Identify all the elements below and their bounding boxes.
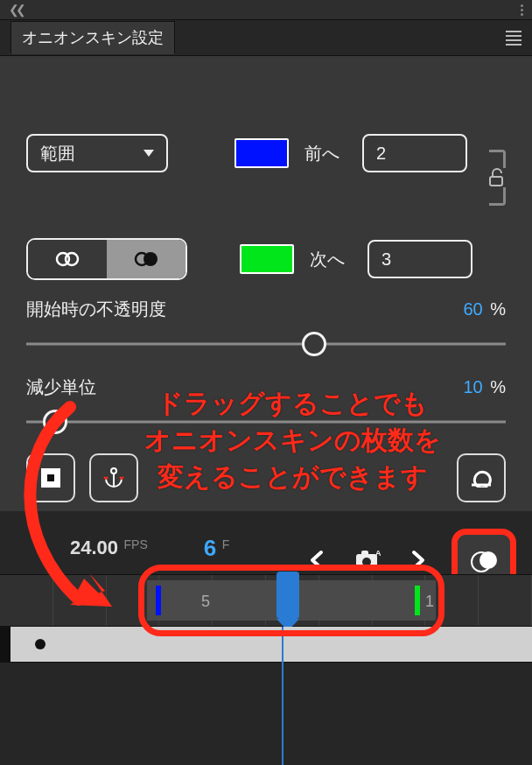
keyframe-dot[interactable] xyxy=(35,639,46,649)
annotation-overlay-text: ドラッグすることでも オニオンスキンの枚数を 変えることができます xyxy=(70,385,514,495)
slider-thumb[interactable] xyxy=(302,332,326,356)
prev-label: 前へ xyxy=(304,142,346,165)
svg-rect-0 xyxy=(490,177,502,186)
start-opacity-slider[interactable] xyxy=(26,333,506,354)
fill-mode-option[interactable] xyxy=(107,240,186,278)
timeline-panel: 24.00 FPS 6 F A xyxy=(0,522,532,765)
start-opacity-label: 開始時の不透明度 xyxy=(26,298,166,321)
playhead-line xyxy=(282,627,284,765)
svg-point-4 xyxy=(144,252,158,266)
panel-title-tab[interactable]: オニオンスキン設定 xyxy=(10,21,175,54)
keyframe-marker-icon xyxy=(41,468,60,488)
link-lock[interactable] xyxy=(488,130,506,226)
prev-color-swatch[interactable] xyxy=(234,138,289,168)
range-mode-select[interactable]: 範囲 xyxy=(26,134,168,172)
start-opacity-unit: % xyxy=(490,299,506,319)
keyframe-marker-button[interactable] xyxy=(26,453,75,502)
outline-mode-option[interactable] xyxy=(28,240,107,278)
window-top-bar: ❮❮ xyxy=(0,0,532,20)
svg-text:A: A xyxy=(375,549,381,558)
svg-point-2 xyxy=(66,253,78,265)
outline-fill-toggle[interactable] xyxy=(26,238,187,280)
onion-skin-icon xyxy=(471,551,497,570)
next-label: 次へ xyxy=(310,248,352,271)
panel-header: オニオンスキン設定 xyxy=(0,20,532,56)
range-mode-label: 範囲 xyxy=(40,142,75,165)
chevron-down-icon xyxy=(144,150,154,157)
svg-rect-11 xyxy=(361,551,368,556)
filled-circles-icon xyxy=(133,250,159,268)
unlock-icon xyxy=(488,168,506,187)
panel-gripper-icon[interactable] xyxy=(521,4,523,16)
frame-label: F xyxy=(222,537,230,551)
timeline-empty-area xyxy=(0,663,532,765)
next-frames-input[interactable]: 3 xyxy=(368,240,472,278)
panel-collapse-chevrons-icon[interactable]: ❮❮ xyxy=(9,3,23,17)
slider-thumb[interactable] xyxy=(43,410,67,434)
panel-menu-icon[interactable] xyxy=(506,31,522,46)
current-frame-value[interactable]: 6 xyxy=(204,535,216,561)
onion-skin-range[interactable]: 5 1 xyxy=(147,575,436,626)
timeline-ruler[interactable]: 5 1 xyxy=(0,574,532,627)
prev-frames-input[interactable]: 2 xyxy=(362,134,467,172)
fps-value[interactable]: 24.00 xyxy=(70,537,118,558)
start-opacity-value[interactable]: 60 xyxy=(464,299,483,319)
next-color-swatch[interactable] xyxy=(240,244,294,274)
fps-label: FPS xyxy=(124,537,148,551)
outline-circles-icon xyxy=(54,250,80,268)
track-start-marker xyxy=(0,627,10,662)
annotation-highlight-box xyxy=(138,565,444,636)
